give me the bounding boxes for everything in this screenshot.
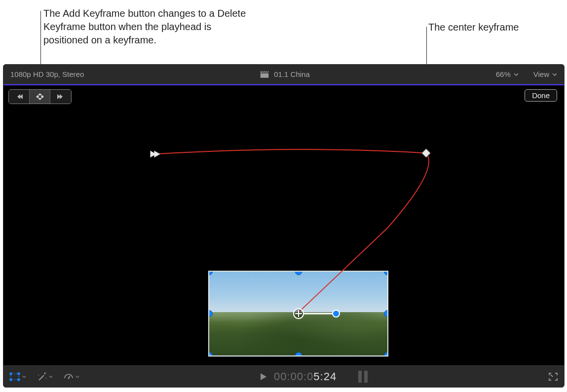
rotation-arm bbox=[304, 313, 336, 315]
clapperboard-icon bbox=[260, 71, 269, 78]
done-button[interactable]: Done bbox=[525, 89, 557, 102]
delete-keyframe-button[interactable] bbox=[30, 90, 50, 104]
transform-tool-button[interactable] bbox=[9, 372, 26, 381]
transform-handle-br[interactable] bbox=[384, 352, 388, 356]
viewer-canvas[interactable]: Done bbox=[3, 84, 564, 365]
viewer-infobar: 1080p HD 30p, Stereo 01.1 China 66% bbox=[3, 65, 564, 84]
keyframe-nav-group bbox=[8, 89, 72, 104]
timecode-active: 5:24 bbox=[313, 370, 337, 383]
svg-line-28 bbox=[551, 375, 553, 377]
svg-line-21 bbox=[39, 375, 44, 380]
retime-tool-button[interactable] bbox=[64, 372, 79, 381]
callout-delete-keyframe: The Add Keyframe button changes to a Del… bbox=[43, 7, 256, 47]
transform-handle-mr[interactable] bbox=[384, 310, 388, 317]
viewer-bottombar: 00:00:05:24 bbox=[3, 365, 564, 387]
transform-anchor[interactable] bbox=[293, 308, 304, 319]
play-button[interactable] bbox=[260, 373, 267, 381]
timecode-dim: 00:00:0 bbox=[274, 370, 313, 383]
viewer-window: 1080p HD 30p, Stereo 01.1 China 66% bbox=[3, 64, 565, 388]
svg-marker-14 bbox=[154, 151, 160, 158]
svg-rect-17 bbox=[10, 373, 12, 375]
svg-marker-13 bbox=[150, 151, 156, 158]
chevron-down-icon bbox=[76, 375, 79, 379]
svg-rect-15 bbox=[422, 149, 430, 157]
enhance-tool-icon bbox=[37, 372, 47, 381]
retime-tool-icon bbox=[64, 372, 74, 381]
next-keyframe-button[interactable] bbox=[50, 90, 71, 104]
svg-rect-20 bbox=[18, 379, 20, 381]
svg-point-26 bbox=[68, 377, 70, 379]
chevron-down-icon bbox=[552, 72, 557, 77]
svg-rect-18 bbox=[18, 373, 20, 375]
transform-handle-bc[interactable] bbox=[295, 352, 302, 356]
transform-handle-tc[interactable] bbox=[295, 271, 302, 275]
clip-format-label: 1080p HD 30p, Stereo bbox=[10, 70, 84, 78]
fullscreen-button[interactable] bbox=[548, 372, 558, 381]
view-menu[interactable]: View bbox=[533, 70, 557, 78]
svg-marker-27 bbox=[261, 373, 266, 380]
zoom-menu[interactable]: 66% bbox=[496, 70, 519, 78]
callout-center-keyframe: The center keyframe bbox=[428, 21, 527, 34]
zoom-value: 66% bbox=[496, 70, 511, 78]
svg-marker-23 bbox=[38, 375, 39, 376]
prev-keyframe-button[interactable] bbox=[9, 90, 30, 104]
timecode-display: 00:00:05:24 bbox=[260, 370, 368, 383]
transform-handle-tr[interactable] bbox=[384, 271, 388, 275]
chevron-down-icon bbox=[514, 72, 519, 77]
fullscreen-icon bbox=[548, 372, 558, 381]
svg-marker-24 bbox=[45, 378, 46, 379]
svg-marker-12 bbox=[60, 94, 63, 99]
annotation-area: The Add Keyframe button changes to a Del… bbox=[0, 0, 567, 64]
prev-keyframe-icon bbox=[15, 93, 23, 100]
play-icon bbox=[260, 373, 267, 381]
delete-keyframe-icon bbox=[36, 93, 44, 101]
clip-name-label: 01.1 China bbox=[274, 70, 310, 78]
chevron-down-icon bbox=[22, 375, 26, 379]
rotation-handle[interactable] bbox=[332, 310, 340, 318]
transform-handle-tl[interactable] bbox=[208, 271, 213, 275]
transform-tool-icon bbox=[9, 372, 20, 381]
transform-handle-bl[interactable] bbox=[208, 352, 213, 356]
transform-handle-ml[interactable] bbox=[208, 310, 213, 317]
next-keyframe-icon bbox=[57, 93, 65, 100]
pause-icon bbox=[358, 371, 368, 383]
keyframe-start-marker[interactable] bbox=[150, 151, 160, 158]
enhance-tool-button[interactable] bbox=[37, 372, 53, 381]
view-menu-label: View bbox=[533, 70, 549, 78]
chevron-down-icon bbox=[49, 375, 53, 379]
svg-rect-19 bbox=[10, 379, 12, 381]
svg-rect-0 bbox=[261, 73, 269, 77]
svg-marker-22 bbox=[44, 372, 46, 374]
keyframe-center-marker[interactable] bbox=[422, 149, 430, 157]
selected-clip[interactable] bbox=[208, 271, 388, 356]
